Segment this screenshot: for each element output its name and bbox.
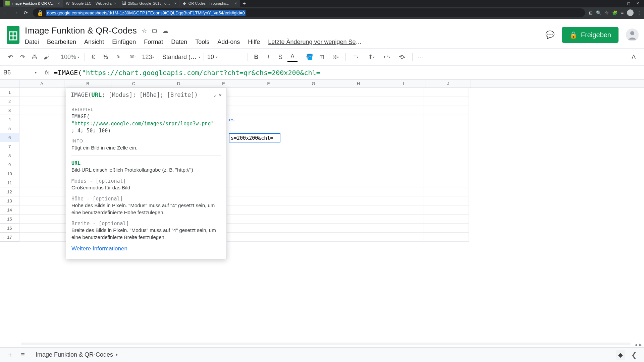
cell[interactable] xyxy=(289,205,334,215)
cell[interactable] xyxy=(424,215,469,224)
cell[interactable] xyxy=(289,187,334,196)
cell[interactable] xyxy=(379,115,424,124)
cell[interactable] xyxy=(424,205,469,215)
row-header[interactable]: 9 xyxy=(0,160,19,169)
cell[interactable] xyxy=(289,178,334,187)
close-icon[interactable]: ✕ xyxy=(57,2,60,5)
number-format-button[interactable]: 123▾ xyxy=(141,52,155,62)
col-header[interactable]: J xyxy=(426,80,471,87)
cell[interactable] xyxy=(424,196,469,205)
cell[interactable] xyxy=(424,97,469,106)
fill-color-icon[interactable]: 🪣 xyxy=(305,52,315,62)
cell[interactable] xyxy=(379,169,424,178)
extensions-icon[interactable]: 🧩 xyxy=(612,10,618,15)
collapse-toolbar-icon[interactable]: ᐱ xyxy=(629,52,639,62)
select-all-corner[interactable] xyxy=(0,80,19,87)
bold-icon[interactable]: B xyxy=(251,52,261,62)
undo-icon[interactable]: ↶ xyxy=(5,52,15,62)
maximize-icon[interactable]: ▢ xyxy=(627,1,630,6)
close-window-icon[interactable]: ✕ xyxy=(636,1,639,6)
col-header[interactable]: D xyxy=(156,80,201,87)
cell[interactable] xyxy=(424,88,469,97)
cell[interactable] xyxy=(334,160,379,169)
more-info-link[interactable]: Weitere Informationen xyxy=(71,243,221,254)
cell[interactable] xyxy=(19,142,64,151)
row-header[interactable]: 3 xyxy=(0,106,19,115)
cell[interactable] xyxy=(289,133,334,142)
browser-tab[interactable]: ◆ QR Codes | Infographics | Goo ✕ xyxy=(180,0,240,7)
move-icon[interactable]: 🗀 xyxy=(152,27,158,34)
cell[interactable] xyxy=(244,160,289,169)
row-header[interactable]: 5 xyxy=(0,124,19,133)
cell[interactable] xyxy=(424,124,469,133)
name-box[interactable]: B6 ▾ xyxy=(0,66,40,79)
row-header[interactable]: 13 xyxy=(0,196,19,205)
cell[interactable] xyxy=(244,124,289,133)
cell[interactable] xyxy=(289,215,334,224)
cell[interactable] xyxy=(379,205,424,215)
cell[interactable] xyxy=(334,178,379,187)
menu-addons[interactable]: Add-ons xyxy=(217,39,240,46)
menu-einfuegen[interactable]: Einfügen xyxy=(112,39,136,46)
decrease-decimal-button[interactable]: .0↓ xyxy=(112,52,124,62)
spreadsheet-grid[interactable]: A B C D E F G H I J 12345678910111213141… xyxy=(0,80,644,347)
paint-format-icon[interactable]: 🖌 xyxy=(42,52,52,62)
cell[interactable] xyxy=(19,178,64,187)
cell[interactable] xyxy=(244,97,289,106)
cell[interactable] xyxy=(244,187,289,196)
cell[interactable] xyxy=(19,233,64,242)
cell[interactable] xyxy=(244,178,289,187)
cell[interactable] xyxy=(334,215,379,224)
cell[interactable] xyxy=(19,205,64,215)
menu-tools[interactable]: Tools xyxy=(195,39,209,46)
cell[interactable] xyxy=(244,169,289,178)
cell[interactable] xyxy=(424,187,469,196)
wrap-icon[interactable]: ↩▾ xyxy=(380,52,393,62)
cell[interactable] xyxy=(19,88,64,97)
scroll-arrows[interactable]: ◀▶ xyxy=(635,343,642,347)
redo-icon[interactable]: ↷ xyxy=(17,52,28,62)
rotate-icon[interactable]: ⟲▾ xyxy=(395,52,409,62)
more-icon[interactable]: ⋯ xyxy=(416,52,426,62)
cell[interactable] xyxy=(424,133,469,142)
cell[interactable] xyxy=(289,142,334,151)
cell[interactable] xyxy=(424,224,469,233)
browser-tab[interactable]: 🖼 250px-Google_2015_logo.svg.pn ✕ xyxy=(119,0,180,7)
address-bar[interactable]: 🔒 docs.google.com/spreadsheets/d/1M-1z30… xyxy=(33,8,585,17)
cell[interactable] xyxy=(334,205,379,215)
cell[interactable] xyxy=(334,97,379,106)
borders-icon[interactable]: ⊞ xyxy=(317,52,327,62)
profile-avatar[interactable] xyxy=(627,9,634,16)
row-header[interactable]: 16 xyxy=(0,224,19,233)
menu-bearbeiten[interactable]: Bearbeiten xyxy=(47,39,76,46)
star-icon[interactable]: ☆ xyxy=(142,27,147,35)
cell[interactable] xyxy=(379,233,424,242)
cell[interactable] xyxy=(289,224,334,233)
cell[interactable] xyxy=(289,106,334,115)
cell[interactable] xyxy=(379,160,424,169)
cell[interactable] xyxy=(289,196,334,205)
close-icon[interactable]: ✕ xyxy=(114,2,116,5)
cell[interactable] xyxy=(19,224,64,233)
side-panel-toggle-icon[interactable]: ❮ xyxy=(629,350,639,360)
collapse-icon[interactable]: ⌄ xyxy=(213,92,216,98)
italic-icon[interactable]: I xyxy=(263,52,273,62)
cell[interactable] xyxy=(424,178,469,187)
cell[interactable] xyxy=(334,133,379,142)
row-header[interactable]: 2 xyxy=(0,97,19,106)
print-icon[interactable]: 🖶 xyxy=(30,52,40,62)
cell[interactable] xyxy=(379,151,424,160)
cell[interactable] xyxy=(244,196,289,205)
cell[interactable] xyxy=(379,224,424,233)
row-header[interactable]: 11 xyxy=(0,178,19,187)
add-sheet-button[interactable]: ＋ xyxy=(5,350,15,360)
cell[interactable] xyxy=(334,142,379,151)
browser-tab[interactable]: W Google LLC – Wikipedia ✕ xyxy=(63,0,119,7)
font-select[interactable]: Standard (…▾ xyxy=(162,54,200,61)
merge-icon[interactable]: ⤮▾ xyxy=(329,52,342,62)
cell[interactable] xyxy=(424,233,469,242)
cell[interactable] xyxy=(334,151,379,160)
menu-ansicht[interactable]: Ansicht xyxy=(84,39,104,46)
cell[interactable] xyxy=(379,215,424,224)
row-header[interactable]: 1 xyxy=(0,88,19,97)
